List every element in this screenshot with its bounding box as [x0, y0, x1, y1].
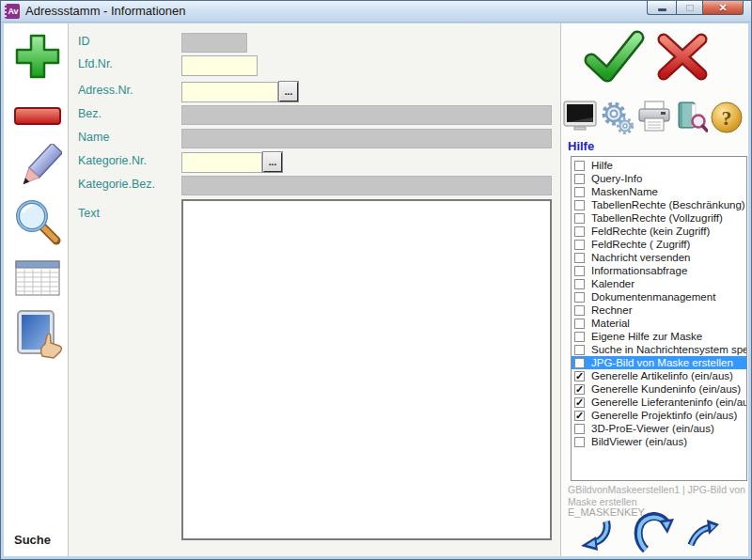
- checkbox-unchecked-icon[interactable]: [574, 161, 585, 171]
- settings-button[interactable]: [600, 101, 634, 134]
- help-list-item-label: JPG-Bild von Maske erstellen: [591, 357, 733, 368]
- checkbox-unchecked-icon[interactable]: [574, 187, 585, 197]
- checkbox-unchecked-icon[interactable]: [574, 424, 585, 434]
- kategorienr-lookup-button[interactable]: ...: [263, 152, 282, 172]
- help-list-item[interactable]: Kalender: [572, 277, 746, 290]
- help-list-item-label: TabellenRechte (Vollzugriff): [591, 212, 723, 224]
- green-checkmark-icon: [582, 30, 646, 85]
- document-search-button[interactable]: [674, 101, 708, 133]
- help-list-item[interactable]: MaskenName: [572, 185, 746, 198]
- add-record-button[interactable]: [11, 32, 64, 85]
- touch-select-button[interactable]: [11, 309, 64, 360]
- help-list-item-label: Generelle Artikelinfo (ein/aus): [591, 370, 733, 381]
- nav-back-button[interactable]: [578, 518, 612, 552]
- main-form: ID Lfd.Nr. Adress.Nr. ... Bez. Name K: [69, 23, 561, 556]
- help-list-item[interactable]: Material: [572, 317, 746, 330]
- adressnr-field[interactable]: [181, 82, 278, 102]
- help-list-item[interactable]: JPG-Bild von Maske erstellen: [572, 356, 746, 369]
- title-bar[interactable]: Av Adressstamm - Informationen ✕: [1, 1, 751, 23]
- help-list-item-label: Dokumentenmanagement: [591, 291, 715, 303]
- adressnr-lookup-button[interactable]: ...: [279, 82, 298, 101]
- checkbox-unchecked-icon[interactable]: [574, 226, 585, 237]
- help-list-item[interactable]: FeldRechte (kein Zugriff): [572, 225, 746, 238]
- delete-record-button[interactable]: [11, 104, 64, 129]
- help-list-item-label: Nachricht versenden: [591, 252, 690, 263]
- help-footer-note: GBildvonMaskeerstellen1 | JPG-Bild von M…: [568, 484, 746, 508]
- print-button[interactable]: [637, 101, 671, 132]
- text-field[interactable]: [181, 199, 552, 540]
- suche-label: Suche: [14, 533, 51, 547]
- checkbox-unchecked-icon[interactable]: [574, 332, 585, 342]
- help-list-item-label: MaskenName: [591, 186, 658, 197]
- table-view-button[interactable]: [11, 260, 64, 296]
- checkbox-unchecked-icon[interactable]: [574, 174, 585, 184]
- field-label-kategorienr: Kategorie.Nr.: [78, 154, 147, 167]
- field-label-bez: Bez.: [78, 107, 102, 120]
- checkbox-checked-icon[interactable]: ✓: [574, 384, 585, 395]
- kategorienr-field[interactable]: [181, 152, 262, 173]
- help-list-item[interactable]: 3D-ProE-Viewer (ein/aus): [572, 422, 746, 435]
- checkbox-unchecked-icon[interactable]: [574, 437, 585, 447]
- help-list-item-label: Material: [591, 318, 630, 329]
- help-button[interactable]: ?: [710, 101, 744, 134]
- name-field: [181, 129, 552, 148]
- help-list-item-label: Generelle Projektinfo (ein/aus): [591, 410, 737, 421]
- close-button[interactable]: ✕: [703, 1, 744, 15]
- checkbox-unchecked-icon[interactable]: [574, 358, 585, 368]
- checkbox-unchecked-icon[interactable]: [574, 253, 585, 263]
- checkbox-checked-icon[interactable]: ✓: [574, 411, 585, 421]
- lfdnr-field[interactable]: [181, 55, 258, 76]
- help-list-item[interactable]: Hilfe: [572, 159, 746, 172]
- help-list-item-label: Suche in Nachrichtensystem speich: [591, 344, 746, 355]
- id-field: [181, 33, 247, 53]
- nav-refresh-button[interactable]: [633, 512, 674, 553]
- checkbox-unchecked-icon[interactable]: [574, 213, 585, 224]
- help-list-item[interactable]: TabellenRechte (Beschränkung): [572, 198, 746, 211]
- help-list-item[interactable]: BildViewer (ein/aus): [572, 435, 746, 448]
- help-list-item[interactable]: ✓Generelle Projektinfo (ein/aus): [572, 409, 746, 422]
- help-list-item[interactable]: Eigene Hilfe zur Maske: [572, 330, 746, 343]
- minimize-button[interactable]: [647, 1, 676, 15]
- screenshot-button[interactable]: [563, 101, 597, 132]
- checkbox-unchecked-icon[interactable]: [574, 345, 585, 355]
- maximize-button[interactable]: [676, 1, 703, 15]
- help-list-item[interactable]: Rechner: [572, 303, 746, 317]
- help-section-title: Hilfe: [568, 139, 594, 153]
- help-list-item[interactable]: ✓Generelle Kundeninfo (ein/aus): [572, 382, 746, 396]
- help-list-item-label: Query-Info: [591, 173, 642, 184]
- edit-record-button[interactable]: [11, 144, 64, 194]
- bez-field: [181, 105, 552, 125]
- nav-forward-button[interactable]: [687, 519, 719, 549]
- help-list-item[interactable]: Nachricht versenden: [572, 251, 746, 264]
- client-area: Suche ID Lfd.Nr. Adress.Nr. ... Bez.: [4, 23, 748, 556]
- checkbox-unchecked-icon[interactable]: [574, 279, 585, 289]
- touch-screen-icon: [11, 309, 64, 360]
- help-list-item[interactable]: ✓Generelle Lieferanteninfo (ein/aus): [572, 396, 746, 409]
- maximize-icon: [686, 5, 694, 11]
- checkbox-checked-icon[interactable]: ✓: [574, 397, 585, 408]
- edit-pencil-icon: [13, 144, 62, 194]
- field-label-id: ID: [78, 35, 90, 48]
- help-list-item[interactable]: Query-Info: [572, 172, 746, 185]
- checkbox-unchecked-icon[interactable]: [574, 266, 585, 276]
- checkbox-unchecked-icon[interactable]: [574, 319, 585, 329]
- checkbox-unchecked-icon[interactable]: [574, 200, 585, 210]
- search-record-button[interactable]: [11, 196, 64, 247]
- document-search-icon: [674, 101, 708, 133]
- checkbox-unchecked-icon[interactable]: [574, 305, 585, 316]
- help-list-item[interactable]: Dokumentenmanagement: [572, 290, 746, 303]
- checkbox-unchecked-icon[interactable]: [574, 240, 585, 250]
- cancel-button[interactable]: [653, 31, 712, 84]
- screenshot-monitor-icon: [563, 101, 597, 132]
- checkbox-checked-icon[interactable]: ✓: [574, 371, 585, 381]
- ok-button[interactable]: [582, 30, 646, 85]
- help-list-item[interactable]: FeldRechte ( Zugriff): [572, 238, 746, 251]
- help-list-item[interactable]: ✓Generelle Artikelinfo (ein/aus): [572, 369, 746, 382]
- app-logo-icon: Av: [5, 4, 20, 19]
- help-list-item[interactable]: Informationsabfrage: [572, 264, 746, 277]
- help-list-item[interactable]: TabellenRechte (Vollzugriff): [572, 211, 746, 225]
- help-list-item[interactable]: Suche in Nachrichtensystem speich: [572, 343, 746, 356]
- help-list-item-label: Kalender: [591, 278, 634, 289]
- checkbox-unchecked-icon[interactable]: [574, 292, 585, 303]
- help-list[interactable]: HilfeQuery-InfoMaskenNameTabellenRechte …: [571, 156, 747, 481]
